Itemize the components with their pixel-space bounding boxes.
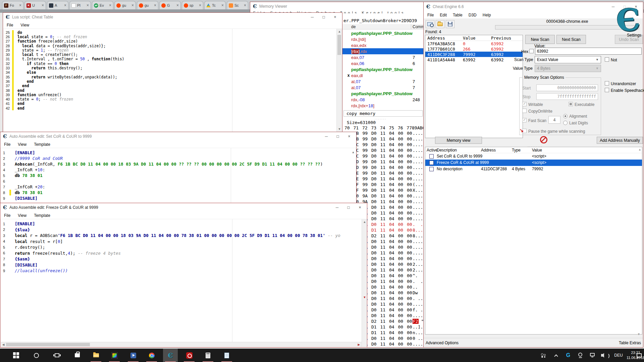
new-scan-button[interactable]: New Scan bbox=[525, 35, 555, 44]
tray-people-button[interactable] bbox=[538, 349, 549, 362]
close-icon[interactable]: × bbox=[343, 133, 355, 140]
start-input[interactable]: 0000000000000000 bbox=[536, 84, 598, 91]
lua-editor[interactable]: 25do26local state = 0; -- not frozen27fu… bbox=[3, 29, 342, 132]
taskbar-media-classic-button[interactable] bbox=[107, 349, 122, 362]
action-center-button[interactable] bbox=[634, 349, 644, 362]
code-line[interactable]: 41end bbox=[3, 102, 342, 106]
maximize-icon[interactable]: □ bbox=[343, 204, 354, 211]
code-line[interactable]: 40state = 0; -- not frozen bbox=[3, 97, 342, 101]
code-line[interactable]: 9[DISABLE] bbox=[1, 195, 356, 201]
code-line[interactable]: 30 local t = createTimer(); bbox=[3, 52, 342, 57]
maximize-icon[interactable]: □ bbox=[332, 133, 343, 140]
scroll-up-icon[interactable]: ▲ bbox=[351, 149, 356, 155]
value-input[interactable]: 63992 bbox=[535, 48, 642, 55]
code-line[interactable]: 7{$asm} bbox=[1, 256, 367, 262]
fast-scan-alignment-input[interactable]: 4 bbox=[548, 116, 560, 124]
scan-pointer-icon[interactable]: ↘ bbox=[520, 127, 524, 133]
code-line[interactable]: 6return freeze(result,4); -- freeze 4 by… bbox=[1, 250, 367, 256]
browser-tab[interactable]: Pl× bbox=[69, 1, 91, 9]
advanced-options-link[interactable]: Advanced Options bbox=[426, 341, 459, 345]
code-line[interactable]: 3local r = AOBScan'F6 1B BC D0 11 04 00 … bbox=[1, 233, 367, 239]
menu-file[interactable]: File bbox=[427, 13, 434, 17]
active-checkbox[interactable] bbox=[429, 167, 434, 171]
language-indicator[interactable]: DEU bbox=[612, 349, 625, 362]
tab-close-icon[interactable]: × bbox=[154, 3, 156, 8]
browser-tab[interactable]: gu× bbox=[137, 1, 158, 9]
no-entry-icon[interactable] bbox=[540, 136, 547, 143]
address-list-row[interactable]: No description411D0C3F2884 Bytes79992 bbox=[425, 166, 642, 172]
code-line[interactable]: 31 t.Interval , t.onTimer = 50 , functio… bbox=[3, 57, 342, 61]
save-table-button[interactable] bbox=[446, 20, 454, 28]
code-line[interactable]: 9//luacall(unfreeze()) bbox=[1, 268, 367, 274]
close-icon[interactable]: × bbox=[329, 13, 341, 21]
code-line[interactable]: 33 return this.destroy(); bbox=[3, 66, 342, 70]
value-type-dropdown[interactable]: 4 Bytes ▼ bbox=[535, 65, 601, 72]
code-line[interactable]: 1[ENABLE] bbox=[1, 221, 367, 227]
col-value[interactable]: Value bbox=[463, 36, 491, 41]
code-line[interactable]: 2//9999 CoR and CoUR bbox=[1, 156, 356, 161]
tab-close-icon[interactable]: × bbox=[87, 3, 89, 8]
code-line[interactable]: 8[DISABLE] bbox=[1, 262, 367, 268]
scroll-up-icon[interactable]: ▲ bbox=[362, 219, 367, 225]
aa-freeze-editor[interactable]: 1[ENABLE]2{$lua}3local r = AOBScan'F6 1B… bbox=[1, 219, 367, 347]
code-line[interactable]: 1[ENABLE] bbox=[1, 150, 356, 156]
minimize-icon[interactable]: ─ bbox=[331, 204, 343, 211]
scroll-left-icon[interactable]: ◀ bbox=[1, 342, 6, 347]
taskbar-calculator-button[interactable] bbox=[201, 349, 215, 362]
executable-checkbox[interactable] bbox=[569, 102, 573, 106]
menu-template[interactable]: Template bbox=[34, 142, 50, 147]
tab-close-icon[interactable]: × bbox=[109, 3, 111, 8]
taskbar-task-view-button[interactable] bbox=[50, 349, 64, 362]
tab-close-icon[interactable]: × bbox=[176, 3, 179, 8]
ce-titlebar[interactable]: Є Cheat Engine 6.6 ─ □ × bbox=[424, 2, 643, 11]
menu-template[interactable]: Template bbox=[34, 213, 50, 218]
tab-close-icon[interactable]: × bbox=[244, 3, 246, 8]
freeze-h-scrollbar[interactable]: ◀ ▶ bbox=[1, 342, 362, 347]
browser-tab[interactable]: KU× bbox=[24, 1, 46, 9]
not-checkbox[interactable] bbox=[605, 57, 609, 62]
code-line[interactable]: 5db 78 38 01 bbox=[1, 173, 356, 178]
fast-scan-checkbox[interactable] bbox=[522, 118, 527, 122]
breakpoint-marker[interactable]: x bbox=[346, 73, 351, 78]
code-line[interactable]: 25do bbox=[3, 30, 342, 35]
scroll-thumb[interactable] bbox=[337, 35, 341, 55]
code-line[interactable]: 4_InfCoR +10: bbox=[1, 167, 356, 173]
menu-view[interactable]: View bbox=[20, 23, 29, 27]
menu-file[interactable]: File bbox=[4, 213, 10, 218]
aa-freeze-titlebar[interactable]: Є Auto Assemble edit: Freeze CoR & CoUR … bbox=[0, 203, 367, 212]
lua-scrollbar[interactable]: ▲ ▼ bbox=[336, 29, 342, 132]
menu-table[interactable]: Table bbox=[453, 13, 463, 17]
code-line[interactable]: 5r.destroy(); bbox=[1, 244, 367, 250]
minimize-icon[interactable]: ─ bbox=[307, 13, 318, 21]
code-line[interactable]: 26local state = 0; -- not frozen bbox=[3, 35, 342, 39]
col-address[interactable]: Address bbox=[481, 148, 496, 153]
menu-view[interactable]: View bbox=[18, 213, 26, 218]
copy-memory-item[interactable]: copy memory bbox=[343, 110, 423, 117]
code-line[interactable]: 37 end bbox=[3, 84, 342, 88]
active-checkbox[interactable] bbox=[429, 154, 434, 159]
tab-close-icon[interactable]: × bbox=[131, 3, 134, 8]
menu-file[interactable]: File bbox=[4, 142, 10, 147]
scroll-right-icon[interactable]: ▶ bbox=[356, 342, 362, 347]
code-line[interactable]: 34 else bbox=[3, 70, 342, 75]
browser-tab[interactable]: 4PEv× bbox=[92, 1, 113, 9]
scan-type-dropdown[interactable]: Exact Value ▼ bbox=[535, 56, 601, 63]
menu-help[interactable]: Help bbox=[483, 13, 491, 17]
copyonwrite-checkbox[interactable] bbox=[522, 109, 527, 113]
code-line[interactable]: 28 local data = {readBytes(addr,size)}; bbox=[3, 44, 342, 48]
browser-tab[interactable]: sp× bbox=[182, 1, 203, 9]
browser-tab[interactable]: FFo× bbox=[2, 1, 23, 9]
lua-titlebar[interactable]: Є Lua script: Cheat Table ─ □ × bbox=[3, 13, 342, 21]
tab-close-icon[interactable]: × bbox=[42, 3, 44, 8]
scan-result-row[interactable]: 17F6A3BA5C8063992 bbox=[425, 41, 523, 46]
close-icon[interactable]: × bbox=[354, 204, 366, 211]
tray-logitech-button[interactable]: G bbox=[563, 349, 574, 362]
last-digits-radio[interactable] bbox=[563, 121, 568, 125]
col-active[interactable]: Active bbox=[427, 148, 438, 153]
tray-chevron-up-button[interactable] bbox=[551, 349, 561, 362]
browser-tab[interactable]: A× bbox=[47, 1, 68, 9]
address-list-row[interactable]: Set CoR & CoUR to 9999<script> bbox=[425, 153, 642, 160]
add-address-manually-button[interactable]: Add Address Manually bbox=[597, 137, 643, 144]
scroll-up-icon[interactable]: ▲ bbox=[337, 29, 342, 34]
browser-tab[interactable]: gu× bbox=[114, 1, 136, 9]
